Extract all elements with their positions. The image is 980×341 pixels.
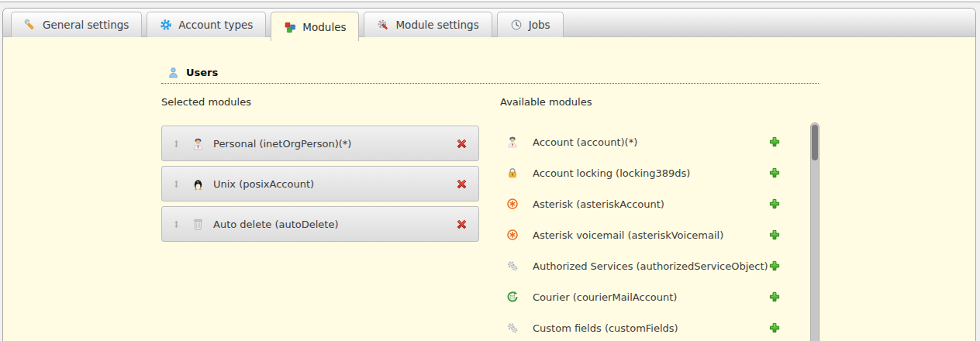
tab-label: Modules xyxy=(302,21,346,33)
available-module-row: Asterisk voicemail (asteriskVoicemail) xyxy=(500,219,781,250)
wrench-icon xyxy=(24,19,36,31)
drag-handle-icon[interactable] xyxy=(172,178,181,190)
drag-handle-icon[interactable] xyxy=(172,219,181,230)
available-module-label: Custom fields (customFields) xyxy=(533,322,678,334)
person-icon xyxy=(506,136,519,148)
selected-modules-list: Personal (inetOrgPerson)(*) Unix (posixA… xyxy=(161,126,479,242)
selected-module-row[interactable]: Auto delete (autoDelete) xyxy=(161,206,479,242)
section-title: Users xyxy=(186,67,218,78)
trash-icon xyxy=(192,218,205,231)
selected-module-label: Auto delete (autoDelete) xyxy=(213,219,339,230)
available-module-row: Asterisk (asteriskAccount) xyxy=(500,188,781,219)
settings-panel: General settings Account types Modules M… xyxy=(2,8,976,341)
available-module-label: Courier (courierMailAccount) xyxy=(533,291,677,303)
plus-icon[interactable] xyxy=(768,229,781,241)
person-icon xyxy=(192,137,205,150)
tab-modules[interactable]: Modules xyxy=(271,12,359,41)
available-module-row: Courier (courierMailAccount) xyxy=(500,281,781,312)
available-modules-scrollbar-thumb[interactable] xyxy=(812,125,818,160)
selected-module-row[interactable]: Personal (inetOrgPerson)(*) xyxy=(161,126,479,161)
asterisk-icon xyxy=(506,198,519,210)
delete-x-icon[interactable] xyxy=(455,218,468,231)
users-section-header: Users xyxy=(161,67,819,84)
clock-icon xyxy=(510,19,523,31)
gear-edit-icon xyxy=(377,19,389,31)
tab-jobs[interactable]: Jobs xyxy=(497,12,564,37)
gears-gray-icon xyxy=(506,322,519,334)
available-module-label: Authorized Services (authorizedServiceOb… xyxy=(533,260,768,272)
available-modules-list: Account (account)(*) Account locking (lo… xyxy=(500,126,781,341)
plus-icon[interactable] xyxy=(768,260,781,272)
available-module-row: Authorized Services (authorizedServiceOb… xyxy=(500,250,781,281)
tab-label: Module settings xyxy=(395,19,478,31)
plus-icon[interactable] xyxy=(768,322,781,334)
plus-icon[interactable] xyxy=(768,291,781,303)
gears-gray-icon xyxy=(506,260,519,272)
tab-general-settings[interactable]: General settings xyxy=(11,12,142,37)
plus-icon[interactable] xyxy=(768,167,781,179)
courier-icon xyxy=(506,291,519,303)
available-modules-column: Available modules Account (account)(*) A… xyxy=(500,96,820,341)
tab-bar: General settings Account types Modules M… xyxy=(3,9,975,37)
available-module-label: Account (account)(*) xyxy=(533,136,637,148)
selected-modules-column: Selected modules Personal (inetOrgPerson… xyxy=(161,96,479,341)
module-columns: Selected modules Personal (inetOrgPerson… xyxy=(161,96,975,341)
tab-label: Jobs xyxy=(529,19,550,31)
selected-module-label: Personal (inetOrgPerson)(*) xyxy=(213,138,351,150)
delete-x-icon[interactable] xyxy=(455,137,468,150)
available-module-row: Account (account)(*) xyxy=(500,126,781,157)
available-module-row: Account locking (locking389ds) xyxy=(500,157,781,188)
asterisk-icon xyxy=(506,229,519,241)
selected-module-label: Unix (posixAccount) xyxy=(213,178,314,190)
tab-module-settings[interactable]: Module settings xyxy=(364,12,492,37)
available-modules-label: Available modules xyxy=(500,96,820,108)
tab-label: Account types xyxy=(178,19,253,31)
selected-modules-label: Selected modules xyxy=(161,96,479,108)
modules-tab-content: Users Selected modules Personal (inetOrg… xyxy=(3,37,975,341)
gear-blue-icon xyxy=(160,19,172,31)
padlock-icon xyxy=(506,167,519,179)
selected-module-row[interactable]: Unix (posixAccount) xyxy=(161,166,479,202)
tux-icon xyxy=(192,177,205,191)
top-divider xyxy=(0,2,980,2)
available-module-label: Asterisk voicemail (asteriskVoicemail) xyxy=(533,229,723,241)
drag-handle-icon[interactable] xyxy=(172,138,181,150)
available-modules-scrollbar-track[interactable] xyxy=(810,122,820,341)
available-module-row: Custom fields (customFields) xyxy=(500,312,781,341)
user-icon xyxy=(167,67,179,78)
available-module-label: Account locking (locking389ds) xyxy=(533,167,690,179)
tab-account-types[interactable]: Account types xyxy=(147,12,266,37)
delete-x-icon[interactable] xyxy=(455,177,468,191)
plus-icon[interactable] xyxy=(768,198,781,210)
modules-cubes-icon xyxy=(284,21,296,33)
plus-icon[interactable] xyxy=(768,136,781,148)
tab-label: General settings xyxy=(43,19,129,31)
available-module-label: Asterisk (asteriskAccount) xyxy=(533,198,664,210)
